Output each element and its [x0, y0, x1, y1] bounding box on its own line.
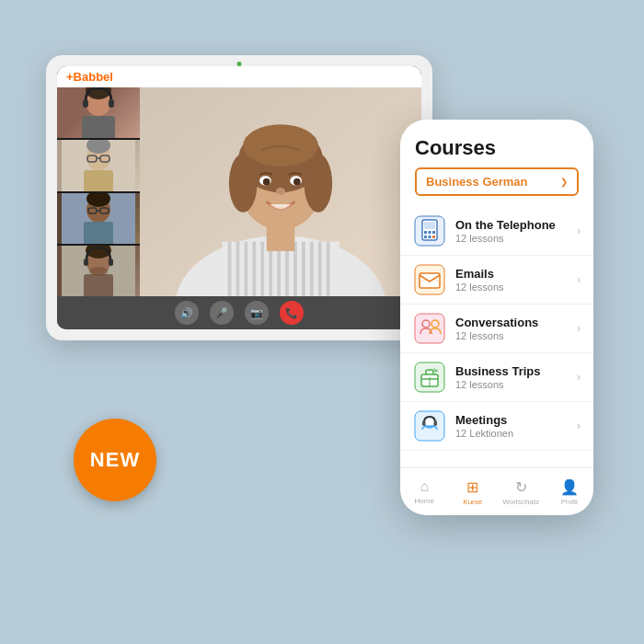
course-info-meetings: Meetings 12 Lektionen — [455, 413, 568, 440]
courses-title: Courses — [415, 136, 579, 160]
svg-point-47 — [229, 154, 258, 213]
course-item-meetings[interactable]: Meetings 12 Lektionen › — [400, 402, 593, 451]
svg-rect-33 — [244, 242, 247, 296]
svg-rect-57 — [424, 222, 435, 229]
svg-rect-35 — [260, 242, 264, 296]
chevron-business-trips-icon: › — [577, 371, 581, 384]
nav-item-profil[interactable]: 👤 Profil — [546, 478, 594, 506]
vocabulary-icon: ↻ — [515, 478, 527, 496]
course-lessons-emails: 12 lessons — [455, 282, 568, 293]
participant-4 — [57, 246, 140, 296]
svg-rect-9 — [84, 170, 113, 191]
speaker-button[interactable]: 🔊 — [175, 301, 199, 325]
video-sidebar — [57, 87, 140, 296]
svg-rect-58 — [424, 231, 427, 234]
svg-point-48 — [305, 154, 333, 213]
new-badge: NEW — [74, 419, 156, 501]
camera-button[interactable]: 📷 — [245, 301, 269, 325]
svg-rect-61 — [424, 236, 427, 238]
tablet-header: +Babbel — [57, 66, 421, 87]
course-name-telephone: On the Telephone — [455, 218, 568, 233]
svg-point-52 — [263, 178, 270, 186]
nav-item-kurse[interactable]: ⊞ Kurse — [449, 478, 498, 506]
nav-label-profil: Profil — [561, 498, 578, 506]
course-name-meetings: Meetings — [455, 413, 568, 428]
profile-icon: 👤 — [560, 478, 579, 496]
course-item-business-trips[interactable]: Business Trips 12 lessons › — [400, 353, 593, 402]
chevron-meetings-icon: › — [577, 420, 581, 432]
nav-label-wortschatz: Wortschatz — [502, 498, 539, 506]
video-thumb-3 — [57, 193, 140, 244]
chevron-emails-icon: › — [577, 273, 581, 286]
home-icon: ⌂ — [420, 478, 429, 495]
svg-rect-32 — [236, 242, 240, 296]
svg-rect-31 — [228, 242, 232, 296]
svg-rect-34 — [252, 242, 256, 296]
participant-2 — [57, 140, 140, 190]
svg-rect-1 — [82, 116, 115, 139]
svg-rect-76 — [434, 420, 438, 426]
nav-label-home: Home — [415, 497, 434, 505]
participant-3 — [57, 193, 140, 244]
course-item-telephone[interactable]: On the Telephone 12 lessons › — [400, 207, 593, 256]
svg-rect-41 — [310, 242, 314, 296]
course-info-emails: Emails 12 lessons — [455, 267, 568, 293]
tablet-content — [57, 87, 421, 296]
tablet-screen: +Babbel — [57, 66, 421, 329]
video-thumb-4 — [57, 246, 140, 296]
conversations-icon — [413, 312, 446, 345]
chevron-conversations-icon: › — [577, 322, 581, 335]
course-info-business-trips: Business Trips 12 lessons — [455, 364, 568, 391]
tablet-camera — [237, 62, 242, 66]
mic-button[interactable]: 🎤 — [210, 301, 234, 325]
video-thumb-2 — [57, 140, 140, 190]
course-info-conversations: Conversations 12 lessons — [455, 316, 568, 342]
phone-nav: ⌂ Home ⊞ Kurse ↻ Wortschatz 👤 Profil — [400, 467, 593, 515]
nav-item-home[interactable]: ⌂ Home — [400, 478, 449, 505]
svg-point-53 — [293, 178, 301, 186]
svg-rect-43 — [327, 242, 330, 296]
svg-rect-75 — [422, 420, 426, 426]
phone-screen: Courses Business German ❯ — [400, 120, 593, 515]
participant-1 — [57, 87, 140, 138]
course-name-conversations: Conversations — [455, 316, 568, 330]
svg-rect-63 — [432, 236, 435, 238]
phone-header: Courses Business German ❯ — [400, 120, 593, 203]
course-lessons-meetings: 12 Lektionen — [455, 428, 568, 439]
course-lessons-conversations: 12 lessons — [455, 330, 568, 341]
email-icon — [413, 263, 446, 296]
svg-rect-16 — [84, 222, 113, 244]
svg-rect-62 — [429, 236, 431, 238]
svg-rect-26 — [109, 259, 113, 266]
courses-nav-icon: ⊞ — [466, 478, 478, 496]
svg-rect-23 — [84, 274, 113, 296]
course-item-conversations[interactable]: Conversations 12 lessons › — [400, 305, 593, 353]
course-name-business-trips: Business Trips — [455, 364, 568, 379]
telephone-icon — [413, 214, 446, 247]
svg-rect-66 — [415, 314, 444, 343]
course-lessons-business-trips: 12 lessons — [455, 379, 568, 390]
new-badge-label: NEW — [90, 448, 140, 472]
video-thumb-1 — [57, 87, 140, 138]
language-dropdown[interactable]: Business German ❯ — [415, 167, 579, 196]
course-info-telephone: On the Telephone 12 lessons — [455, 218, 568, 245]
scene: +Babbel — [0, 0, 644, 644]
svg-point-54 — [276, 188, 285, 195]
svg-rect-60 — [432, 231, 435, 234]
meetings-icon — [413, 409, 446, 443]
course-lessons-telephone: 12 lessons — [455, 233, 568, 244]
svg-rect-4 — [83, 99, 88, 108]
svg-point-24 — [89, 267, 108, 276]
hangup-button[interactable]: 📞 — [280, 301, 304, 325]
svg-rect-42 — [318, 242, 322, 296]
svg-rect-5 — [109, 99, 114, 108]
course-name-emails: Emails — [455, 267, 568, 282]
course-item-emails[interactable]: Emails 12 lessons › — [400, 256, 593, 305]
svg-rect-59 — [429, 231, 431, 234]
nav-item-wortschatz[interactable]: ↻ Wortschatz — [497, 478, 546, 506]
nav-label-kurse: Kurse — [463, 498, 482, 506]
dropdown-arrow-icon: ❯ — [560, 177, 568, 187]
chevron-telephone-icon: › — [577, 224, 581, 237]
babbel-logo: +Babbel — [66, 70, 113, 84]
course-list: On the Telephone 12 lessons › — [400, 203, 593, 467]
